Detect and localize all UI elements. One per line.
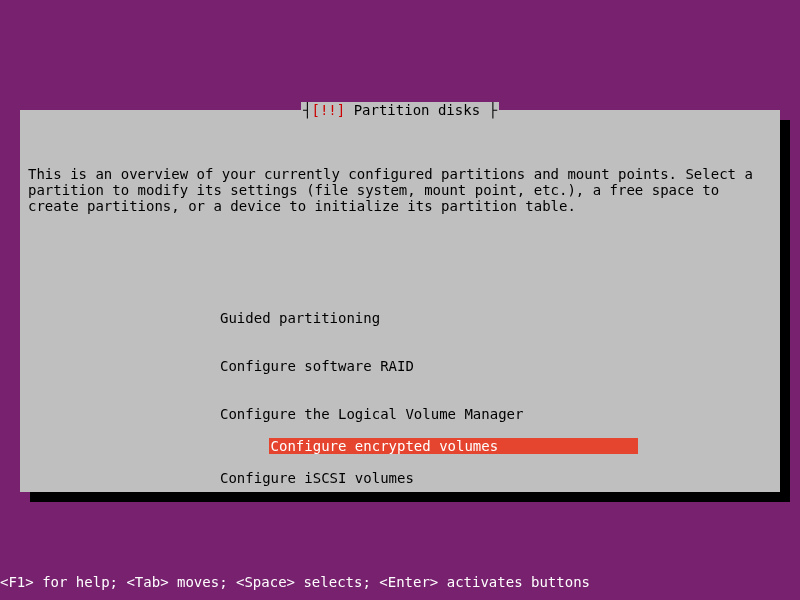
partition-dialog: ┤[!!] Partition disks ├ This is an overv… xyxy=(20,110,780,492)
menu-guided-partitioning[interactable]: Guided partitioning xyxy=(218,310,772,326)
dialog-title: ┤[!!] Partition disks ├ xyxy=(301,102,499,118)
instructions-text: This is an overview of your currently co… xyxy=(28,166,772,214)
dialog-title-bar: ┤[!!] Partition disks ├ xyxy=(20,102,780,118)
menu-configure-iscsi[interactable]: Configure iSCSI volumes xyxy=(218,470,772,486)
help-footer: <F1> for help; <Tab> moves; <Space> sele… xyxy=(0,574,590,590)
title-bang: [!!] xyxy=(311,102,345,118)
partition-menu: Guided partitioning Configure software R… xyxy=(218,278,772,518)
dialog-content: This is an overview of your currently co… xyxy=(28,134,772,600)
title-bracket-close: ├ xyxy=(489,102,497,118)
title-label: Partition disks xyxy=(345,102,488,118)
menu-configure-lvm[interactable]: Configure the Logical Volume Manager xyxy=(218,406,772,422)
menu-configure-encrypted[interactable]: Configure encrypted volumes xyxy=(269,438,639,454)
menu-configure-raid[interactable]: Configure software RAID xyxy=(218,358,772,374)
